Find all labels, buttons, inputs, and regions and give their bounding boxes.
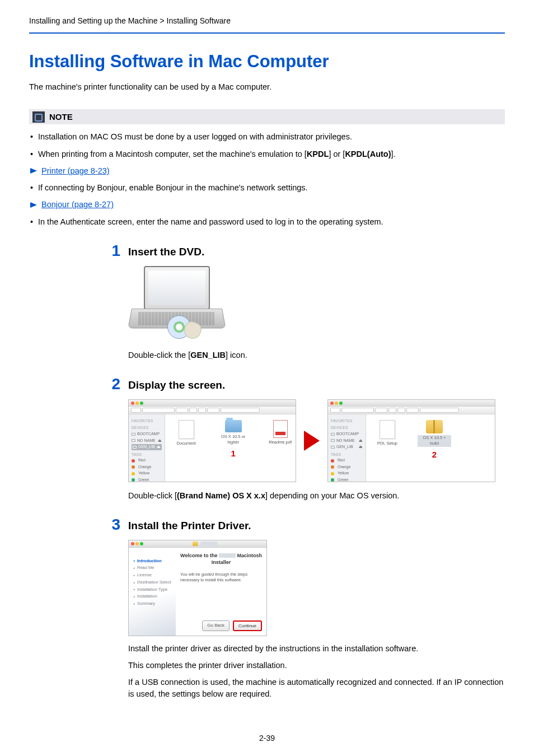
file-pdl-setup[interactable]: PDL Setup: [371, 420, 404, 447]
page-title: Installing Software in Mac Computer: [29, 49, 505, 73]
step-1-heading: Insert the DVD.: [128, 243, 204, 259]
note-bullet-list-3: In the Authenticate screen, enter the na…: [29, 216, 505, 227]
finder-sidebar: FAVORITES DEVICES BOOTCAMP NO NAME⏏ GEN_…: [129, 414, 165, 482]
text: When printing from a Macintosh computer,…: [38, 150, 307, 158]
laptop-dvd-illustration: [128, 266, 229, 342]
installer-step-license: License: [133, 572, 172, 579]
red-arrow-icon: [304, 431, 320, 451]
note-bullet-4: In the Authenticate screen, enter the na…: [30, 216, 505, 227]
text: ] icon.: [226, 351, 247, 360]
step-3: 3 Install the Printer Driver. Introducti…: [29, 517, 505, 699]
tag-green[interactable]: Green: [331, 477, 363, 482]
finder-window-left: FAVORITES DEVICES BOOTCAMP NO NAME⏏ GEN_…: [128, 399, 296, 482]
finder-sidebar: FAVORITES DEVICES BOOTCAMP NO NAME⏏ GEN_…: [328, 414, 366, 482]
gen-lib-label: GEN_LIB: [190, 351, 226, 360]
note-bullet-2: When printing from a Macintosh computer,…: [30, 148, 505, 160]
printer-link[interactable]: Printer (page 8-23): [41, 165, 110, 176]
kpdl-auto: KPDL(Auto): [345, 150, 391, 158]
kpdl: KPDL: [307, 150, 329, 158]
step-1: 1 Insert the DVD. Double-click the [GEN_…: [29, 243, 505, 361]
step-1-number: 1: [106, 243, 120, 259]
installer-step-summary: Summary: [133, 600, 172, 608]
note-icon: [32, 111, 45, 123]
link-row-bonjour: Bonjour (page 8-27): [30, 199, 505, 210]
arrow-icon: [30, 202, 37, 208]
sidebar-genlib[interactable]: GEN_LIB⏏: [132, 444, 162, 450]
callout-2: 2: [432, 449, 437, 460]
step-1-text: Double-click the [GEN_LIB] icon.: [128, 349, 505, 361]
step-2: 2 Display the screen. FAVORITES: [29, 376, 505, 501]
note-bullet-1: Installation on MAC OS must be done by a…: [30, 131, 505, 142]
installer-step-type: Installation Type: [133, 586, 172, 594]
installer-step-introduction: Introduction: [133, 558, 172, 565]
text: Double-click the [: [128, 351, 190, 360]
installer-step-readme: Read Me: [133, 564, 172, 572]
step-2-text: Double-click [(Brand Name) OS X x.x] dep…: [128, 490, 505, 501]
step-3-number: 3: [106, 517, 120, 533]
step-3-heading: Install the Printer Driver.: [128, 517, 251, 533]
text: ] or [: [329, 150, 345, 158]
step-3-p2: This completes the printer driver instal…: [128, 660, 505, 671]
note-bullet-3: If connecting by Bonjour, enable Bonjour…: [30, 182, 505, 193]
tag-orange[interactable]: Orange: [132, 464, 162, 470]
text: Double-click [: [128, 491, 177, 500]
sidebar-favorites: FAVORITES: [331, 418, 363, 424]
tag-red[interactable]: Red: [132, 458, 162, 464]
arrow-icon: [30, 168, 37, 174]
note-label: NOTE: [49, 111, 73, 123]
sidebar-bootcamp[interactable]: BOOTCAMP: [331, 431, 363, 437]
bonjour-link[interactable]: Bonjour (page 8-27): [41, 199, 114, 210]
tag-red[interactable]: Red: [331, 458, 363, 464]
file-document[interactable]: Document: [170, 420, 203, 447]
package-icon: [193, 542, 198, 546]
callout-1: 1: [231, 447, 235, 459]
link-row-printer: Printer (page 8-23): [30, 165, 505, 176]
finder-main-pane: PDL Setup OS X 10.5 + build2: [366, 414, 495, 482]
installer-main: Welcome to the Macintosh Installer You w…: [176, 548, 266, 636]
sidebar-devices: DEVICES: [331, 425, 363, 431]
step-2-number: 2: [106, 376, 120, 392]
note-bullet-list: Installation on MAC OS must be done by a…: [29, 131, 505, 160]
sidebar-favorites: FAVORITES: [132, 418, 162, 424]
note-bullet-list-2: If connecting by Bonjour, enable Bonjour…: [29, 182, 505, 193]
tag-green[interactable]: Green: [132, 477, 162, 482]
installer-step-installation: Installation: [133, 593, 172, 600]
note-header: NOTE: [29, 109, 505, 124]
go-back-button[interactable]: Go Back: [202, 620, 229, 631]
note-box: NOTE: [29, 109, 505, 124]
step-3-p1: Install the printer driver as directed b…: [128, 643, 505, 654]
finder-window-right: FAVORITES DEVICES BOOTCAMP NO NAME⏏ GEN_…: [327, 399, 495, 482]
sidebar-bootcamp[interactable]: BOOTCAMP: [132, 431, 162, 437]
installer-titlebar: [129, 540, 266, 548]
finder-screenshots-row: FAVORITES DEVICES BOOTCAMP NO NAME⏏ GEN_…: [128, 399, 505, 482]
sidebar-noname[interactable]: NO NAME⏏: [331, 438, 363, 444]
sidebar-noname[interactable]: NO NAME⏏: [132, 438, 162, 444]
tag-yellow[interactable]: Yellow: [132, 470, 162, 477]
intro-paragraph: The machine's printer functionality can …: [29, 81, 505, 92]
tag-yellow[interactable]: Yellow: [331, 470, 363, 477]
brand-os-label: (Brand Name) OS X x.x: [177, 491, 265, 500]
sidebar-tags: TAGS: [331, 452, 363, 458]
installer-window: Introduction Read Me License Destination…: [128, 540, 267, 636]
step-3-p3: If a USB connection is used, the machine…: [128, 676, 505, 699]
sidebar-tags: TAGS: [132, 452, 162, 458]
installer-body-text: You will be guided through the steps nec…: [180, 572, 262, 584]
file-readme-pdf[interactable]: Readme.pdf: [264, 420, 296, 446]
page-number: 2-39: [29, 733, 505, 744]
continue-button[interactable]: Continue: [233, 620, 262, 631]
installer-sidebar: Introduction Read Me License Destination…: [129, 548, 176, 636]
file-osx-build-pkg[interactable]: OS X 10.5 + build2: [418, 420, 451, 460]
text: ].: [391, 150, 396, 158]
brand-mask: [200, 542, 217, 546]
sidebar-genlib[interactable]: GEN_LIB⏏: [331, 444, 363, 450]
finder-main-pane: Document OS X 10.5 or higher1 Readme.pdf: [165, 414, 296, 482]
tag-orange[interactable]: Orange: [331, 464, 363, 470]
sidebar-devices: DEVICES: [132, 425, 162, 431]
step-2-heading: Display the screen.: [128, 376, 225, 393]
installer-step-destination: Destination Select: [133, 579, 172, 586]
text: ] depending on your Mac OS version.: [265, 491, 399, 500]
file-osx-folder[interactable]: OS X 10.5 or higher1: [217, 420, 250, 459]
breadcrumb: Installing and Setting up the Machine > …: [29, 16, 505, 34]
installer-welcome: Welcome to the Macintosh Installer: [180, 552, 262, 566]
